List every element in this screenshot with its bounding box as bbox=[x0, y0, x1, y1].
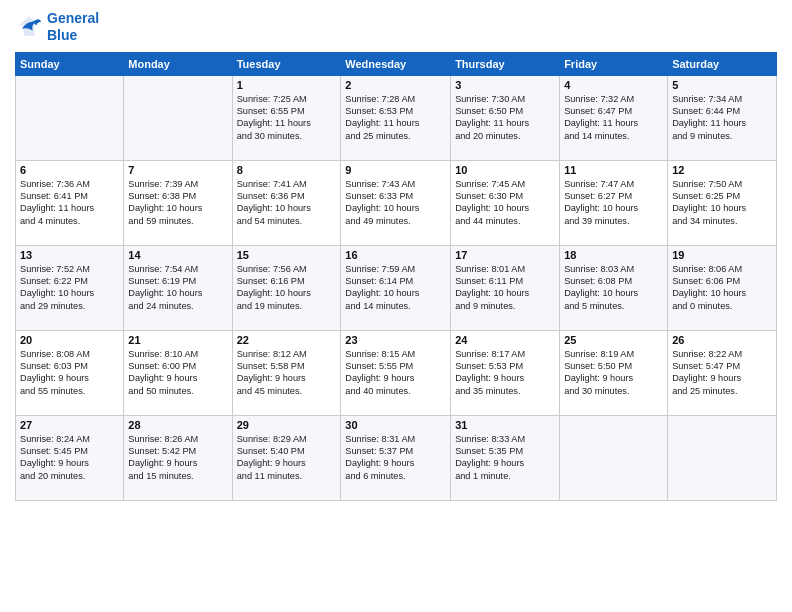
day-number: 17 bbox=[455, 249, 555, 261]
weekday-header-sunday: Sunday bbox=[16, 52, 124, 75]
calendar-cell: 21Sunrise: 8:10 AMSunset: 6:00 PMDayligh… bbox=[124, 330, 232, 415]
calendar-cell: 13Sunrise: 7:52 AMSunset: 6:22 PMDayligh… bbox=[16, 245, 124, 330]
logo-text: General Blue bbox=[47, 10, 99, 44]
calendar-week-5: 27Sunrise: 8:24 AMSunset: 5:45 PMDayligh… bbox=[16, 415, 777, 500]
day-number: 30 bbox=[345, 419, 446, 431]
calendar-cell: 27Sunrise: 8:24 AMSunset: 5:45 PMDayligh… bbox=[16, 415, 124, 500]
page-container: General Blue SundayMondayTuesdayWednesda… bbox=[0, 0, 792, 612]
calendar-cell: 16Sunrise: 7:59 AMSunset: 6:14 PMDayligh… bbox=[341, 245, 451, 330]
day-info: Sunrise: 7:54 AMSunset: 6:19 PMDaylight:… bbox=[128, 263, 227, 313]
day-info: Sunrise: 7:36 AMSunset: 6:41 PMDaylight:… bbox=[20, 178, 119, 228]
calendar-cell: 18Sunrise: 8:03 AMSunset: 6:08 PMDayligh… bbox=[560, 245, 668, 330]
day-number: 9 bbox=[345, 164, 446, 176]
weekday-header-wednesday: Wednesday bbox=[341, 52, 451, 75]
logo: General Blue bbox=[15, 10, 99, 44]
calendar-cell: 10Sunrise: 7:45 AMSunset: 6:30 PMDayligh… bbox=[451, 160, 560, 245]
calendar-cell: 20Sunrise: 8:08 AMSunset: 6:03 PMDayligh… bbox=[16, 330, 124, 415]
calendar-cell: 11Sunrise: 7:47 AMSunset: 6:27 PMDayligh… bbox=[560, 160, 668, 245]
day-number: 24 bbox=[455, 334, 555, 346]
calendar-cell: 25Sunrise: 8:19 AMSunset: 5:50 PMDayligh… bbox=[560, 330, 668, 415]
calendar-cell: 30Sunrise: 8:31 AMSunset: 5:37 PMDayligh… bbox=[341, 415, 451, 500]
day-info: Sunrise: 8:08 AMSunset: 6:03 PMDaylight:… bbox=[20, 348, 119, 398]
weekday-header-thursday: Thursday bbox=[451, 52, 560, 75]
day-number: 4 bbox=[564, 79, 663, 91]
day-info: Sunrise: 8:03 AMSunset: 6:08 PMDaylight:… bbox=[564, 263, 663, 313]
day-info: Sunrise: 8:06 AMSunset: 6:06 PMDaylight:… bbox=[672, 263, 772, 313]
day-number: 10 bbox=[455, 164, 555, 176]
day-info: Sunrise: 8:10 AMSunset: 6:00 PMDaylight:… bbox=[128, 348, 227, 398]
day-info: Sunrise: 7:41 AMSunset: 6:36 PMDaylight:… bbox=[237, 178, 337, 228]
day-number: 12 bbox=[672, 164, 772, 176]
calendar-cell: 6Sunrise: 7:36 AMSunset: 6:41 PMDaylight… bbox=[16, 160, 124, 245]
day-info: Sunrise: 8:22 AMSunset: 5:47 PMDaylight:… bbox=[672, 348, 772, 398]
day-info: Sunrise: 7:59 AMSunset: 6:14 PMDaylight:… bbox=[345, 263, 446, 313]
calendar-cell: 22Sunrise: 8:12 AMSunset: 5:58 PMDayligh… bbox=[232, 330, 341, 415]
day-number: 21 bbox=[128, 334, 227, 346]
day-number: 13 bbox=[20, 249, 119, 261]
day-number: 28 bbox=[128, 419, 227, 431]
day-number: 5 bbox=[672, 79, 772, 91]
weekday-header-saturday: Saturday bbox=[668, 52, 777, 75]
calendar-cell bbox=[124, 75, 232, 160]
day-number: 29 bbox=[237, 419, 337, 431]
calendar-cell: 2Sunrise: 7:28 AMSunset: 6:53 PMDaylight… bbox=[341, 75, 451, 160]
day-info: Sunrise: 8:24 AMSunset: 5:45 PMDaylight:… bbox=[20, 433, 119, 483]
calendar-cell: 24Sunrise: 8:17 AMSunset: 5:53 PMDayligh… bbox=[451, 330, 560, 415]
day-number: 18 bbox=[564, 249, 663, 261]
calendar-week-2: 6Sunrise: 7:36 AMSunset: 6:41 PMDaylight… bbox=[16, 160, 777, 245]
day-number: 20 bbox=[20, 334, 119, 346]
calendar-cell: 8Sunrise: 7:41 AMSunset: 6:36 PMDaylight… bbox=[232, 160, 341, 245]
day-number: 3 bbox=[455, 79, 555, 91]
day-number: 25 bbox=[564, 334, 663, 346]
calendar-cell: 23Sunrise: 8:15 AMSunset: 5:55 PMDayligh… bbox=[341, 330, 451, 415]
calendar-cell: 29Sunrise: 8:29 AMSunset: 5:40 PMDayligh… bbox=[232, 415, 341, 500]
weekday-header-friday: Friday bbox=[560, 52, 668, 75]
day-number: 23 bbox=[345, 334, 446, 346]
day-number: 27 bbox=[20, 419, 119, 431]
day-info: Sunrise: 8:26 AMSunset: 5:42 PMDaylight:… bbox=[128, 433, 227, 483]
day-info: Sunrise: 8:29 AMSunset: 5:40 PMDaylight:… bbox=[237, 433, 337, 483]
day-info: Sunrise: 7:45 AMSunset: 6:30 PMDaylight:… bbox=[455, 178, 555, 228]
calendar-cell: 14Sunrise: 7:54 AMSunset: 6:19 PMDayligh… bbox=[124, 245, 232, 330]
day-info: Sunrise: 7:28 AMSunset: 6:53 PMDaylight:… bbox=[345, 93, 446, 143]
day-info: Sunrise: 7:30 AMSunset: 6:50 PMDaylight:… bbox=[455, 93, 555, 143]
calendar-table: SundayMondayTuesdayWednesdayThursdayFrid… bbox=[15, 52, 777, 501]
day-number: 7 bbox=[128, 164, 227, 176]
calendar-cell: 31Sunrise: 8:33 AMSunset: 5:35 PMDayligh… bbox=[451, 415, 560, 500]
calendar-cell: 17Sunrise: 8:01 AMSunset: 6:11 PMDayligh… bbox=[451, 245, 560, 330]
day-info: Sunrise: 8:12 AMSunset: 5:58 PMDaylight:… bbox=[237, 348, 337, 398]
calendar-cell: 12Sunrise: 7:50 AMSunset: 6:25 PMDayligh… bbox=[668, 160, 777, 245]
calendar-cell bbox=[16, 75, 124, 160]
day-info: Sunrise: 8:33 AMSunset: 5:35 PMDaylight:… bbox=[455, 433, 555, 483]
weekday-header-row: SundayMondayTuesdayWednesdayThursdayFrid… bbox=[16, 52, 777, 75]
calendar-cell: 9Sunrise: 7:43 AMSunset: 6:33 PMDaylight… bbox=[341, 160, 451, 245]
day-number: 16 bbox=[345, 249, 446, 261]
day-number: 31 bbox=[455, 419, 555, 431]
calendar-cell: 15Sunrise: 7:56 AMSunset: 6:16 PMDayligh… bbox=[232, 245, 341, 330]
day-number: 1 bbox=[237, 79, 337, 91]
day-info: Sunrise: 7:32 AMSunset: 6:47 PMDaylight:… bbox=[564, 93, 663, 143]
day-info: Sunrise: 8:31 AMSunset: 5:37 PMDaylight:… bbox=[345, 433, 446, 483]
day-number: 2 bbox=[345, 79, 446, 91]
day-number: 26 bbox=[672, 334, 772, 346]
day-number: 22 bbox=[237, 334, 337, 346]
day-number: 6 bbox=[20, 164, 119, 176]
calendar-cell: 19Sunrise: 8:06 AMSunset: 6:06 PMDayligh… bbox=[668, 245, 777, 330]
day-info: Sunrise: 7:50 AMSunset: 6:25 PMDaylight:… bbox=[672, 178, 772, 228]
calendar-week-1: 1Sunrise: 7:25 AMSunset: 6:55 PMDaylight… bbox=[16, 75, 777, 160]
day-info: Sunrise: 8:19 AMSunset: 5:50 PMDaylight:… bbox=[564, 348, 663, 398]
day-number: 14 bbox=[128, 249, 227, 261]
day-info: Sunrise: 7:52 AMSunset: 6:22 PMDaylight:… bbox=[20, 263, 119, 313]
calendar-cell: 5Sunrise: 7:34 AMSunset: 6:44 PMDaylight… bbox=[668, 75, 777, 160]
day-info: Sunrise: 7:39 AMSunset: 6:38 PMDaylight:… bbox=[128, 178, 227, 228]
day-info: Sunrise: 7:56 AMSunset: 6:16 PMDaylight:… bbox=[237, 263, 337, 313]
day-number: 11 bbox=[564, 164, 663, 176]
day-info: Sunrise: 8:17 AMSunset: 5:53 PMDaylight:… bbox=[455, 348, 555, 398]
calendar-cell: 1Sunrise: 7:25 AMSunset: 6:55 PMDaylight… bbox=[232, 75, 341, 160]
day-info: Sunrise: 8:01 AMSunset: 6:11 PMDaylight:… bbox=[455, 263, 555, 313]
calendar-cell: 7Sunrise: 7:39 AMSunset: 6:38 PMDaylight… bbox=[124, 160, 232, 245]
weekday-header-tuesday: Tuesday bbox=[232, 52, 341, 75]
day-info: Sunrise: 7:34 AMSunset: 6:44 PMDaylight:… bbox=[672, 93, 772, 143]
day-info: Sunrise: 7:25 AMSunset: 6:55 PMDaylight:… bbox=[237, 93, 337, 143]
calendar-cell bbox=[668, 415, 777, 500]
